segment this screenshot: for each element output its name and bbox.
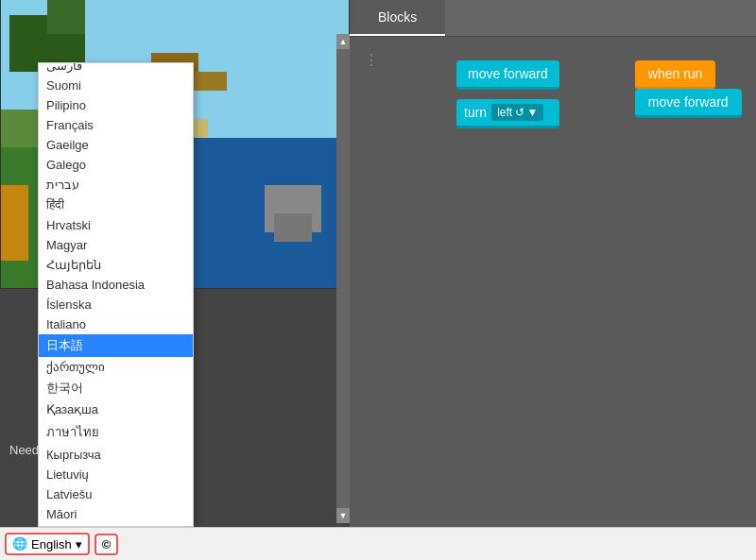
workspace-blocks: when run move forward [635,51,742,118]
left-panel-scrollbar[interactable]: ▲ ▼ [336,34,350,523]
turn-block-palette[interactable]: turn left ↺ ▼ [456,99,559,128]
svg-rect-13 [0,185,28,261]
dropdown-item[interactable]: Italiano [39,314,193,334]
dropdown-item[interactable]: Lietuvių [39,465,193,484]
dropdown-item[interactable]: Latviešu [39,484,193,504]
cc-button[interactable]: © [94,534,119,555]
dropdown-item[interactable]: Pilipino [39,95,193,115]
dropdown-item[interactable]: Հայերեն [39,255,193,275]
turn-arrow-icon: ▼ [526,106,538,119]
cc-icon: © [102,537,112,552]
globe-icon: 🌐 [12,536,27,552]
dropdown-item[interactable]: Français [39,115,193,135]
bottom-bar: 🌐 English ▾ © [0,527,756,560]
right-panel: Blocks ⋮ move forward turn left ↺ ▼ [350,0,756,527]
need-label: Need [9,443,39,457]
scroll-up-btn[interactable]: ▲ [336,34,350,49]
dropdown-item[interactable]: فارسی [39,63,193,76]
scroll-down-btn[interactable]: ▼ [336,508,350,523]
turn-direction-dropdown[interactable]: left ↺ ▼ [491,104,543,121]
svg-rect-4 [47,0,85,34]
turn-label: turn [464,105,487,120]
move-forward-workspace-label: move forward [648,94,729,110]
dropdown-item[interactable]: Suomi [39,76,193,95]
dropdown-item[interactable]: ภาษาไทย [39,419,193,445]
when-run-block[interactable]: when run [635,60,716,90]
blocks-palette: move forward turn left ↺ ▼ [456,51,559,128]
dropdown-list[interactable]: Español (Latinoamérica)EestiEuskaraفارسی… [39,63,193,526]
tab-blocks[interactable]: Blocks [350,0,445,36]
drag-handle: ⋮ [364,51,381,69]
dropdown-item[interactable]: Magyar [39,235,193,255]
dropdown-item[interactable]: ქართული [39,357,193,377]
dropdown-item[interactable]: Māori [39,504,193,524]
when-run-label: when run [648,66,703,81]
move-forward-workspace-block[interactable]: move forward [635,89,742,118]
dropdown-item[interactable]: Gaeilge [39,135,193,155]
tab-bar: Blocks [350,0,756,37]
chevron-down-icon: ▾ [76,537,82,552]
dropdown-item[interactable]: Bahasa Indonesia [39,275,193,295]
language-label: English [31,537,72,552]
move-forward-label: move forward [468,66,548,81]
dropdown-item[interactable]: Galego [39,155,193,175]
dropdown-item[interactable]: Қазақша [39,399,193,419]
move-forward-block-palette[interactable]: move forward [456,60,559,90]
turn-direction-label: left ↺ [497,106,524,119]
svg-rect-10 [274,213,312,242]
dropdown-item[interactable]: 한국어 [39,377,193,399]
main-area: Español (Latinoamérica)EestiEuskaraفارسی… [0,0,756,527]
dropdown-item[interactable]: Кыргызча [39,445,193,465]
blocks-workspace: ⋮ move forward turn left ↺ ▼ when run [350,37,756,527]
language-selector[interactable]: 🌐 English ▾ [5,533,90,555]
left-panel: Español (Latinoamérica)EestiEuskaraفارسی… [0,0,350,527]
dropdown-item[interactable]: Hrvatski [39,215,193,235]
dropdown-item[interactable]: हिंदी [39,195,193,215]
language-dropdown[interactable]: Español (Latinoamérica)EestiEuskaraفارسی… [38,62,194,527]
dropdown-item[interactable]: עברית [39,175,193,195]
svg-rect-6 [189,72,227,91]
dropdown-item[interactable]: 日本語 [39,334,193,357]
dropdown-item[interactable]: Íslenska [39,295,193,314]
